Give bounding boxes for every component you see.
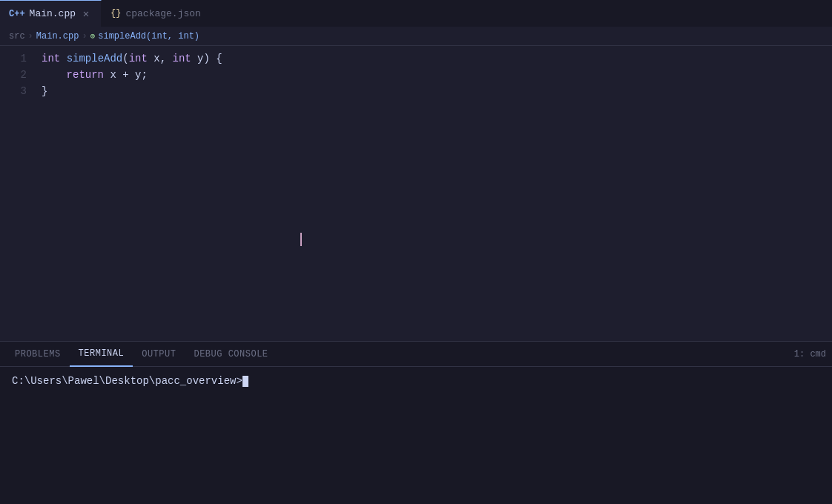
breadcrumb-sep-2: › (82, 31, 87, 42)
tab-close-button[interactable]: ✕ (80, 8, 92, 20)
editor-area[interactable]: 1 2 3 int simpleAdd ( int x, int y) { re… (0, 46, 832, 341)
line-number-1: 1 (6, 50, 27, 67)
line-number-3: 3 (6, 83, 27, 99)
line-numbers: 1 2 3 (0, 50, 39, 341)
tab-cpackage-json-label: cpackage.json (125, 8, 200, 19)
code-line-3: } (42, 83, 832, 99)
token-int-1: int (42, 50, 60, 67)
panel-tabs: PROBLEMS TERMINAL OUTPUT DEBUG CONSOLE 1… (0, 342, 832, 367)
tab-terminal[interactable]: TERMINAL (70, 342, 133, 367)
breadcrumb-function[interactable]: simpleAdd(int, int) (98, 31, 199, 42)
json-icon: {} (110, 8, 121, 19)
token-int-3: int (172, 50, 191, 67)
cpp-icon: C++ (9, 9, 25, 19)
text-cursor (300, 233, 302, 246)
line-number-2: 2 (6, 67, 27, 83)
token-indent-2 (42, 67, 67, 83)
token-return: return (67, 67, 104, 83)
tab-problems[interactable]: PROBLEMS (6, 342, 70, 367)
tab-output-label: OUTPUT (142, 349, 176, 359)
terminal-body[interactable]: C:\Users\Pawel\Desktop\pacc_overview> (0, 367, 832, 504)
tab-debug-console[interactable]: DEBUG CONSOLE (185, 342, 277, 367)
tab-bar: C++ Main.cpp ✕ {} cpackage.json (0, 0, 832, 27)
tab-problems-label: PROBLEMS (15, 349, 61, 359)
code-lines: int simpleAdd ( int x, int y) { return x… (39, 50, 832, 341)
tab-debug-console-label: DEBUG CONSOLE (194, 349, 268, 359)
terminal-prompt: C:\Users\Pawel\Desktop\pacc_overview> (12, 373, 820, 389)
tab-cpackage-json[interactable]: {} cpackage.json (102, 0, 211, 27)
terminal-cursor (242, 376, 248, 387)
code-container: 1 2 3 int simpleAdd ( int x, int y) { re… (0, 46, 832, 341)
token-y-brace: y) { (191, 50, 222, 67)
tab-main-cpp[interactable]: C++ Main.cpp ✕ (0, 0, 102, 27)
code-line-1: int simpleAdd ( int x, int y) { (42, 50, 832, 67)
tab-main-cpp-label: Main.cpp (30, 8, 76, 19)
tab-terminal-label: TERMINAL (79, 348, 125, 359)
function-icon: ⊕ (90, 31, 96, 41)
token-int-2: int (129, 50, 148, 67)
terminal-badge-label: 1: cmd (794, 349, 826, 359)
panel-area: PROBLEMS TERMINAL OUTPUT DEBUG CONSOLE 1… (0, 341, 832, 504)
code-line-2: return x + y; (42, 67, 832, 83)
token-x: x, (148, 50, 173, 67)
breadcrumb: src › Main.cpp › ⊕ simpleAdd(int, int) (0, 27, 832, 46)
token-paren-open: ( (122, 50, 128, 67)
terminal-prompt-text: C:\Users\Pawel\Desktop\pacc_overview> (12, 373, 242, 389)
breadcrumb-src[interactable]: src (9, 31, 25, 42)
terminal-badge[interactable]: 1: cmd (794, 349, 826, 359)
token-xy: x + y; (104, 67, 148, 83)
token-simpleadd: simpleAdd (67, 50, 123, 67)
breadcrumb-file[interactable]: Main.cpp (36, 31, 79, 42)
token-close-brace: } (42, 83, 47, 99)
token-space-1 (60, 50, 66, 67)
breadcrumb-sep-1: › (28, 31, 33, 42)
tab-output[interactable]: OUTPUT (133, 342, 185, 367)
